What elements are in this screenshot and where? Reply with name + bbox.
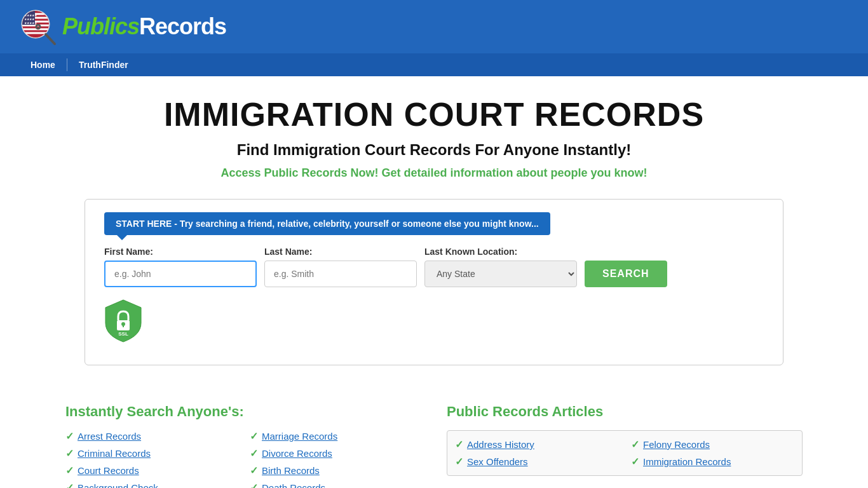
last-name-label: Last Name: [264, 247, 417, 257]
court-records-link[interactable]: Court Records [78, 465, 139, 476]
page-tagline: Access Public Records Now! Get detailed … [65, 166, 803, 180]
check-icon: ✓ [631, 438, 639, 451]
divorce-records-link[interactable]: Divorce Records [262, 448, 332, 459]
logo[interactable]: ★★★★★ ★★★★ ★★★★★ PublicsRecords [19, 8, 226, 46]
search-fields: First Name: Last Name: Last Known Locati… [104, 247, 764, 287]
felony-records-link[interactable]: Felony Records [643, 439, 710, 450]
page-subtitle: Find Immigration Court Records For Anyon… [65, 141, 803, 159]
start-here-text: - Try searching a friend, relative, cele… [172, 219, 538, 229]
list-item: ✓ Marriage Records [250, 430, 421, 442]
background-check-link[interactable]: Background Check [78, 482, 158, 488]
nav-home[interactable]: Home [19, 53, 67, 76]
list-item: ✓ Felony Records [631, 438, 794, 451]
nav-truthfinder[interactable]: TruthFinder [67, 53, 140, 76]
check-icon: ✓ [65, 447, 74, 459]
list-item: ✓ Divorce Records [250, 447, 421, 459]
sex-offenders-link[interactable]: Sex Offenders [467, 456, 528, 467]
check-icon: ✓ [455, 438, 463, 451]
list-item: ✓ Birth Records [250, 464, 421, 477]
check-icon: ✓ [65, 430, 74, 442]
svg-rect-17 [123, 324, 124, 327]
last-name-group: Last Name: [264, 247, 417, 287]
articles-section: Public Records Articles ✓ Address Histor… [447, 403, 803, 488]
check-icon: ✓ [250, 464, 258, 477]
check-icon: ✓ [65, 482, 74, 488]
death-records-link[interactable]: Death Records [262, 482, 325, 488]
main-nav: Home TruthFinder [0, 53, 868, 76]
check-icon: ✓ [250, 430, 258, 442]
instantly-search-section: Instantly Search Anyone's: ✓ Arrest Reco… [65, 403, 421, 488]
start-here-banner: START HERE - Try searching a friend, rel… [104, 212, 550, 235]
location-label: Last Known Location: [424, 247, 577, 257]
list-item: ✓ Address History [455, 438, 618, 451]
search-container: START HERE - Try searching a friend, rel… [85, 199, 783, 365]
arrest-records-link[interactable]: Arrest Records [78, 431, 141, 442]
immigration-records-link[interactable]: Immigration Records [643, 456, 731, 467]
first-name-group: First Name: [104, 247, 257, 287]
bottom-section: Instantly Search Anyone's: ✓ Arrest Reco… [53, 397, 815, 488]
first-name-label: First Name: [104, 247, 257, 257]
location-group: Last Known Location: Any State AlabamaAl… [424, 247, 577, 287]
instantly-search-title: Instantly Search Anyone's: [65, 403, 421, 420]
last-name-input[interactable] [264, 261, 417, 287]
svg-text:★★★★★: ★★★★★ [24, 21, 37, 25]
address-history-link[interactable]: Address History [467, 439, 534, 450]
records-list: ✓ Arrest Records ✓ Marriage Records ✓ Cr… [65, 430, 421, 488]
site-header: ★★★★★ ★★★★ ★★★★★ PublicsRecords [0, 0, 868, 53]
page-title: IMMIGRATION COURT RECORDS [65, 95, 803, 133]
list-item: ✓ Arrest Records [65, 430, 237, 442]
check-icon: ✓ [250, 482, 258, 488]
criminal-records-link[interactable]: Criminal Records [78, 448, 151, 459]
check-icon: ✓ [455, 456, 463, 468]
articles-title: Public Records Articles [447, 403, 803, 420]
list-item: ✓ Court Records [65, 464, 237, 477]
main-content: IMMIGRATION COURT RECORDS Find Immigrati… [53, 76, 815, 397]
state-select[interactable]: Any State AlabamaAlaskaArizona ArkansasC… [424, 261, 577, 287]
start-here-label: START HERE [116, 219, 172, 229]
svg-line-13 [46, 34, 55, 44]
ssl-badge: SSL [104, 299, 764, 346]
first-name-input[interactable] [104, 261, 257, 287]
list-item: ✓ Immigration Records [631, 456, 794, 468]
logo-text: PublicsRecords [62, 13, 226, 40]
list-item: ✓ Criminal Records [65, 447, 237, 459]
articles-list: ✓ Address History ✓ Felony Records ✓ Sex… [455, 438, 794, 468]
check-icon: ✓ [631, 456, 639, 468]
articles-box: ✓ Address History ✓ Felony Records ✓ Sex… [447, 430, 803, 476]
check-icon: ✓ [250, 447, 258, 459]
svg-rect-7 [22, 29, 49, 30]
ssl-shield-icon: SSL [104, 299, 142, 343]
list-item: ✓ Sex Offenders [455, 456, 618, 468]
birth-records-link[interactable]: Birth Records [262, 465, 320, 476]
marriage-records-link[interactable]: Marriage Records [262, 431, 337, 442]
search-button[interactable]: SEARCH [585, 261, 667, 287]
svg-text:SSL: SSL [118, 331, 128, 337]
check-icon: ✓ [65, 464, 74, 477]
list-item: ✓ Death Records [250, 482, 421, 488]
logo-icon: ★★★★★ ★★★★ ★★★★★ [19, 8, 57, 46]
list-item: ✓ Background Check [65, 482, 237, 488]
